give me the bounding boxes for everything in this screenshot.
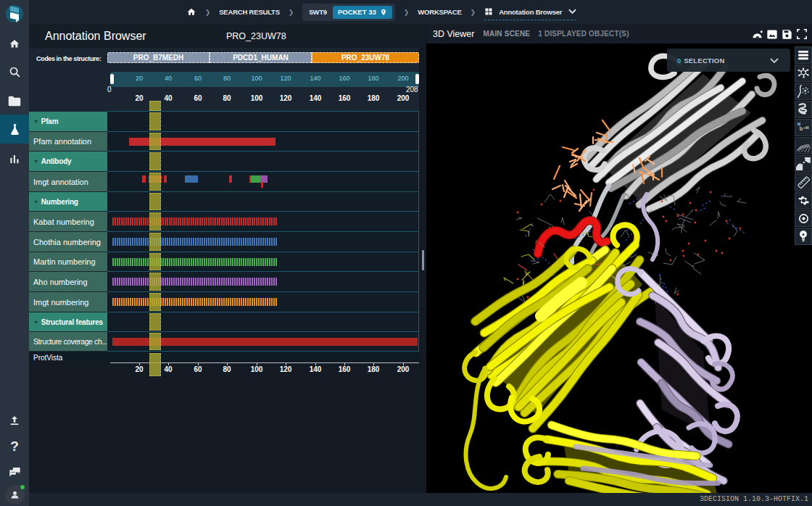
svg-text:H: H [806,125,809,130]
svg-text:O: O [800,127,803,131]
svg-text:H: H [798,122,800,126]
